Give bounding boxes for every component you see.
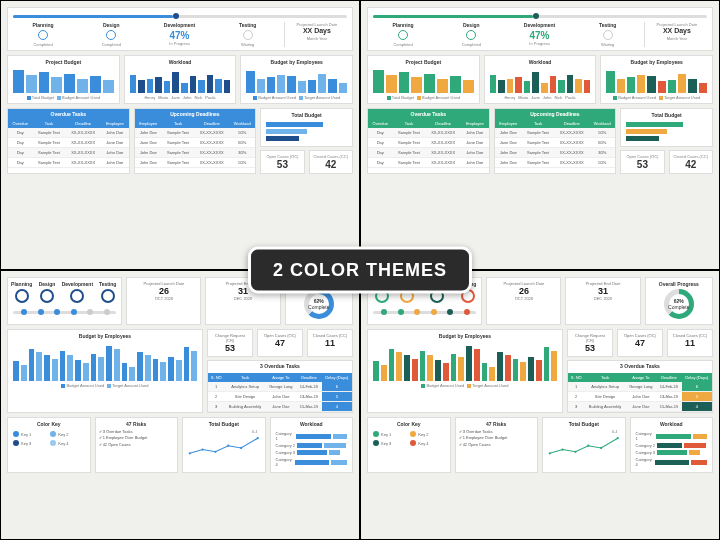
table-row: John DoeSample TextXX-XX-XXXX30% (495, 148, 616, 158)
budget-employees-chart: Budget by EmployeesBudget Amount UsedTar… (600, 55, 713, 104)
risks-card: 47 Risks3 Overdue Tasks1 Employee Over B… (455, 417, 539, 473)
overdue-table: 3 Overdue Tasks S. NOTaskAssign ToDeadli… (207, 360, 353, 413)
key-4: Key 4 (50, 440, 84, 446)
timeline-dot (381, 309, 387, 315)
risks-card: 47 Risks3 Overdue Tasks1 Employee Over B… (95, 417, 179, 473)
table-row: 2Site DesignJohn Doe13-Mar-195 (208, 392, 352, 402)
key-2: Key 2 (50, 431, 84, 437)
total-budget-line: Total Budget6.4 (182, 417, 266, 473)
svg-point-10 (600, 447, 602, 449)
phase-planning: Planning (11, 281, 32, 305)
timeline-dot (104, 309, 110, 315)
color-key: Color Key Key 1 Key 2 Key 3 Key 4 (7, 417, 91, 473)
closed-cases-kpi: Closed Cases (CC)42 (309, 150, 353, 174)
phase-planning: PlanningCompleted (11, 22, 75, 47)
table-row: 3Building AssemblyJane Doe15-Mar-194 (568, 402, 712, 412)
table-row: DaySample TextXX-XX-XXXXJohn Doe (8, 128, 129, 138)
svg-point-8 (574, 451, 576, 453)
timeline-dot (414, 309, 420, 315)
timeline-dot (431, 309, 437, 315)
total-budget-chart: Total Budget (620, 108, 713, 147)
key-2: Key 2 (410, 431, 444, 437)
table-row: John DoeSample TextXX-XX-XXXX50% (495, 128, 616, 138)
check-icon (398, 30, 408, 40)
table-row: DaySample TextXX-XX-XXXXJohn Doe (8, 158, 129, 168)
gear-icon (70, 289, 84, 303)
phase-testing: TestingWaiting (576, 22, 640, 47)
phase-tracker: PlanningCompleted DesignCompleted Develo… (7, 7, 353, 51)
progress-thumb[interactable] (173, 13, 179, 19)
clock-icon (603, 30, 613, 40)
four-quadrant-layout: PlanningCompleted DesignCompleted Develo… (0, 0, 720, 540)
total-budget-chart: Total Budget (260, 108, 353, 147)
overdue-tasks-table: Overdue Tasks OverdueTaskDeadlineEmploye… (7, 108, 130, 174)
launch-date: Projected Launch DateXX DaysMonth Year (284, 22, 349, 47)
end-date-kpi: Projected End Date31DEC 2020 (565, 277, 640, 325)
table-row: John DoeSample TextXX-XX-XXXX50% (135, 158, 256, 168)
svg-point-4 (240, 447, 242, 449)
phase-development: Development (62, 281, 93, 305)
svg-point-9 (587, 445, 589, 447)
calendar-icon (15, 289, 29, 303)
project-budget-chart: Project BudgetTotal BudgetBudget Amount … (7, 55, 120, 104)
kpi-oc: Open Cases (OC)47 (617, 329, 663, 357)
progress-track (373, 15, 707, 18)
workload-hbar: Workload Category 1 Category 2 Category … (270, 417, 354, 473)
timeline-dot (71, 309, 77, 315)
check-icon (106, 30, 116, 40)
table-row: John DoeSample TextXX-XX-XXXX50% (135, 128, 256, 138)
timeline-dot (398, 309, 404, 315)
progress-thumb[interactable] (533, 13, 539, 19)
table-row: 1Analytics SetupGeorge Long14-Feb-196 (568, 382, 712, 392)
timeline-dot (447, 309, 453, 315)
key-4: Key 4 (410, 440, 444, 446)
quadrant-bottom-left-blue: Planning Design Development Testing Proj… (0, 270, 360, 540)
timeline-dot (38, 309, 44, 315)
key-3: Key 3 (373, 440, 407, 446)
key-3: Key 3 (13, 440, 47, 446)
phase-testing: Testing (97, 281, 118, 305)
phase-planning: PlanningCompleted (371, 22, 435, 47)
overall-progress: Overall Progress62%Complete (645, 277, 713, 325)
workload-chart: WorkloadHenryMariaJaneJohnNickPaula (484, 55, 597, 104)
budget-employees-chart: Budget by EmployeesBudget Amount UsedTar… (240, 55, 353, 104)
table-row: DaySample TextXX-XX-XXXXJohn Doe (368, 158, 489, 168)
workload-chart: WorkloadHenryMariaJaneJohnNickPaula (124, 55, 237, 104)
clock-icon (243, 30, 253, 40)
kpi-cr: Change Request (CR)53 (567, 329, 613, 357)
center-badge: 2 COLOR THEMES (248, 247, 472, 294)
phase-design: DesignCompleted (79, 22, 143, 47)
overdue-table: 3 Overdue Tasks S. NOTaskAssign ToDeadli… (567, 360, 713, 413)
table-row: John DoeSample TextXX-XX-XXXX50% (495, 158, 616, 168)
svg-point-1 (201, 448, 203, 450)
key-1: Key 1 (13, 431, 47, 437)
workload-hbar: Workload Category 1 Category 2 Category … (630, 417, 714, 473)
quadrant-top-right-green: PlanningCompleted DesignCompleted Develo… (360, 0, 720, 270)
deadlines-table: Upcoming Deadlines EmployeeTaskDeadlineW… (134, 108, 257, 174)
kpi-cc: Closed Cases (CC)11 (667, 329, 713, 357)
svg-point-7 (561, 448, 563, 450)
launch-date-kpi: Projected Launch Date26OCT 2020 (486, 277, 561, 325)
budget-employees-chart: Budget by Employees Budget Amount UsedTa… (7, 329, 203, 413)
check-icon (466, 30, 476, 40)
line-chart (546, 434, 622, 462)
table-row: DaySample TextXX-XX-XXXXJohn Doe (368, 128, 489, 138)
check-icon (38, 30, 48, 40)
timeline-track (13, 311, 116, 314)
table-row: 1Analytics SetupGeorge Long14-Feb-196 (208, 382, 352, 392)
svg-point-2 (214, 451, 216, 453)
table-row: Jane DoeSample TextXX-XX-XXXX60% (135, 138, 256, 148)
overdue-tasks-table: Overdue Tasks OverdueTaskDeadlineEmploye… (367, 108, 490, 174)
table-row: 3Building AssemblyJane Doe15-Mar-194 (208, 402, 352, 412)
kpi-cc: Closed Cases (CC)11 (307, 329, 353, 357)
phase-tracker: PlanningCompleted DesignCompleted Develo… (367, 7, 713, 51)
table-row: DaySample TextXX-XX-XXXXJohn Doe (8, 148, 129, 158)
kpi-oc: Open Cases (OC)47 (257, 329, 303, 357)
key-1: Key 1 (373, 431, 407, 437)
budget-employees-chart: Budget by Employees Budget Amount UsedTa… (367, 329, 563, 413)
timeline-dot (21, 309, 27, 315)
phase-testing: TestingWaiting (216, 22, 280, 47)
timeline-dot (464, 309, 470, 315)
table-row: John DoeSample TextXX-XX-XXXX30% (135, 148, 256, 158)
svg-point-6 (549, 452, 551, 454)
